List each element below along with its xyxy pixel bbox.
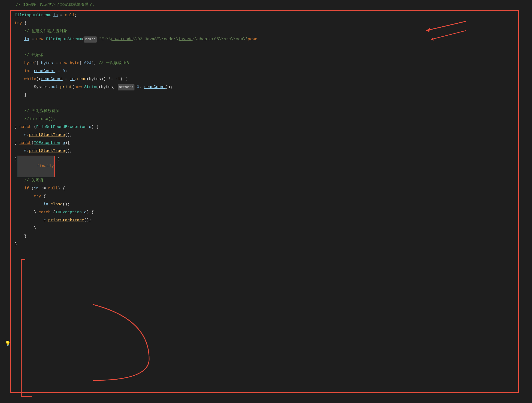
code-line-15: } catch ( FileNotFoundException e ) { xyxy=(15,124,521,132)
kw-null2: null xyxy=(48,185,58,192)
code-line-8: int readCount = 0 ; xyxy=(15,68,521,76)
code-line-9: while (( readCount = in . read (bytes)) … xyxy=(15,76,521,84)
method-print: print xyxy=(60,84,72,91)
var-in-assign: in xyxy=(24,36,29,43)
code-line-13: // 关闭流释放资源 xyxy=(15,108,521,116)
method-pst2: printStackTrace xyxy=(29,148,65,155)
kw-byte2: byte xyxy=(70,60,79,67)
code-line-24: } catch ( IOException e ) { xyxy=(15,209,521,217)
code-line-19: } finally { xyxy=(15,156,521,177)
code-line-18: e . printStackTrace (); xyxy=(15,148,521,156)
code-line-28: } xyxy=(15,241,521,249)
comment-read: // 开始读 xyxy=(15,52,43,59)
code-line-14: //in.close(); xyxy=(15,116,521,124)
code-line-4: in = new FileInputStream ( name: "E:\\po… xyxy=(15,36,521,44)
var-e4: e xyxy=(24,148,27,155)
kw-try: try xyxy=(15,20,22,27)
var-readcount2: readCount xyxy=(41,76,63,83)
num-0-2: 0 xyxy=(137,84,139,91)
kw-catch1: catch xyxy=(19,124,31,131)
bulb-icon: 💡 xyxy=(5,340,11,346)
code-line-12 xyxy=(15,100,521,108)
var-e2: e xyxy=(24,132,27,139)
code-line-6: // 开始读 xyxy=(15,52,521,60)
code-line-26: } xyxy=(15,225,521,233)
var-readcount: readCount xyxy=(34,68,55,75)
type-ioe: IOException xyxy=(34,140,60,147)
kw-null: null xyxy=(65,12,75,19)
finally-keyword-highlight: finally xyxy=(17,156,55,177)
code-line-2: try { xyxy=(15,20,521,28)
type-fnfe: FileNotFoundException xyxy=(36,124,87,131)
param-name: name: xyxy=(84,36,97,43)
var-in4: in xyxy=(43,201,48,208)
method-read: read xyxy=(77,76,87,83)
var-e1: e xyxy=(89,124,91,131)
var-in2: in xyxy=(70,76,75,83)
code-line-20: // 关闭流 xyxy=(15,177,521,185)
type-ioe2: IOException xyxy=(55,209,82,216)
editor-container: // IO程序，以后学习了IO流你就能看懂了。 FileInputStream … xyxy=(0,0,532,403)
kw-if: if xyxy=(24,185,29,192)
comment-1kb: // 一次读取1KB xyxy=(99,60,129,67)
code-line-1: FileInputStream in = null ; xyxy=(15,12,521,20)
code-line-27: } xyxy=(15,233,521,241)
type-fileinputstream: FileInputStream xyxy=(15,12,51,19)
num-neg1: -1 xyxy=(115,76,120,83)
type-string: String xyxy=(84,84,99,91)
var-bytes: bytes xyxy=(41,60,53,67)
param-offset: offset: xyxy=(118,84,134,90)
comment-close-resource: // 关闭流释放资源 xyxy=(15,108,59,115)
string-path: "E:\\powernode\\02-JavaSE\\code\\javase\… xyxy=(99,36,257,43)
var-e6: e xyxy=(43,217,46,224)
code-line-25: e . printStackTrace (); xyxy=(15,217,521,225)
code-line-7: byte [] bytes = new byte [ 1024 ]; // 一次… xyxy=(15,60,521,68)
comment-close-stream: // 关闭流 xyxy=(15,177,43,184)
kw-catch3: catch xyxy=(39,209,51,216)
method-close: close xyxy=(51,201,63,208)
code-area: FileInputStream in = null ; try { // 创建文… xyxy=(15,12,521,249)
num-0: 0 xyxy=(63,68,65,75)
kw-finally: finally xyxy=(37,164,54,168)
kw-new3: new xyxy=(75,84,82,91)
var-e5: e xyxy=(84,209,87,216)
var-out: out xyxy=(51,84,58,91)
var-in: in xyxy=(53,12,58,19)
var-readcount3: readCount xyxy=(144,84,166,91)
code-line-3: // 创建文件输入流对象 xyxy=(15,28,521,36)
comment-in-close: //in.close(); xyxy=(15,116,55,123)
code-line-17: } catch ( IOException e ){ xyxy=(15,140,521,148)
code-line-5 xyxy=(15,44,521,52)
var-e3: e xyxy=(63,140,65,147)
kw-int: int xyxy=(24,68,31,75)
comment-create: // 创建文件输入流对象 xyxy=(15,28,67,35)
type-fileinputstream2: FileInputStream xyxy=(46,36,82,43)
method-pst1: printStackTrace xyxy=(29,132,65,139)
code-line-16: e . printStackTrace (); xyxy=(15,132,521,140)
kw-try2: try xyxy=(34,193,41,200)
kw-byte: byte xyxy=(24,60,34,67)
kw-new2: new xyxy=(60,60,67,67)
code-line-22: try { xyxy=(15,193,521,201)
code-line-10: System. out . print ( new String (bytes,… xyxy=(15,84,521,92)
kw-catch2: catch xyxy=(19,140,31,147)
kw-new1: new xyxy=(36,36,43,43)
num-1024: 1024 xyxy=(82,60,91,67)
top-comment-line: // IO程序，以后学习了IO流你就能看懂了。 xyxy=(16,2,97,7)
method-pst3: printStackTrace xyxy=(48,217,84,224)
code-line-21: if ( in != null ) { xyxy=(15,185,521,193)
var-in3: in xyxy=(34,185,39,192)
kw-while: while xyxy=(24,76,36,83)
code-line-23: in . close (); xyxy=(15,201,521,209)
code-line-11: } xyxy=(15,92,521,100)
